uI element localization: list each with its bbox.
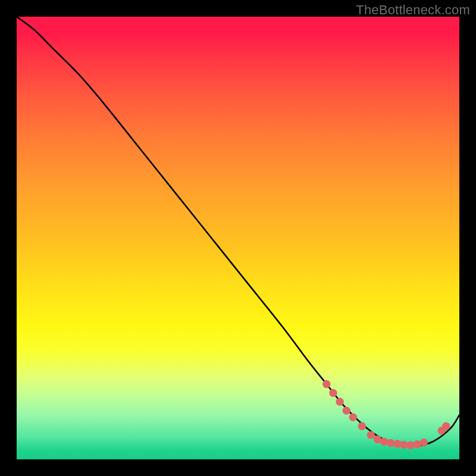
chart-frame: TheBottleneck.com: [0, 0, 476, 476]
attribution-text: TheBottleneck.com: [356, 2, 470, 18]
plot-background-gradient: [17, 17, 459, 459]
